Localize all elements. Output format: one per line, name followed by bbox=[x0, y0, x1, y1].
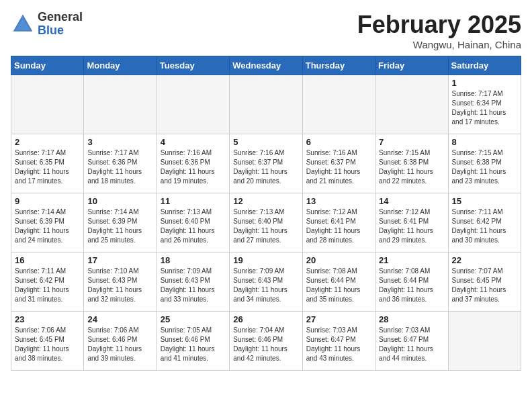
day-info: Sunrise: 7:07 AMSunset: 6:45 PMDaylight:… bbox=[452, 267, 517, 304]
calendar-day: 15Sunrise: 7:11 AMSunset: 6:42 PMDayligh… bbox=[448, 193, 521, 253]
calendar-day: 2Sunrise: 7:17 AMSunset: 6:35 PMDaylight… bbox=[11, 134, 84, 193]
calendar-day: 23Sunrise: 7:06 AMSunset: 6:45 PMDayligh… bbox=[11, 312, 84, 371]
day-info: Sunrise: 7:17 AMSunset: 6:36 PMDaylight:… bbox=[87, 148, 152, 186]
calendar-day bbox=[375, 75, 448, 134]
weekday-header: Saturday bbox=[448, 56, 521, 75]
calendar-day bbox=[11, 75, 84, 134]
calendar-day: 8Sunrise: 7:15 AMSunset: 6:38 PMDaylight… bbox=[448, 134, 521, 193]
logo-general: General bbox=[38, 11, 83, 24]
day-info: Sunrise: 7:14 AMSunset: 6:39 PMDaylight:… bbox=[87, 208, 152, 245]
calendar-day: 13Sunrise: 7:12 AMSunset: 6:41 PMDayligh… bbox=[302, 193, 375, 253]
title-location: Wangwu, Hainan, China bbox=[357, 39, 521, 50]
logo-text: General Blue bbox=[38, 11, 83, 38]
day-info: Sunrise: 7:13 AMSunset: 6:40 PMDaylight:… bbox=[161, 208, 226, 245]
day-info: Sunrise: 7:11 AMSunset: 6:42 PMDaylight:… bbox=[15, 267, 80, 304]
day-number: 26 bbox=[233, 314, 298, 324]
day-number: 13 bbox=[306, 196, 371, 206]
day-info: Sunrise: 7:09 AMSunset: 6:43 PMDaylight:… bbox=[161, 267, 226, 304]
day-info: Sunrise: 7:14 AMSunset: 6:39 PMDaylight:… bbox=[15, 208, 80, 245]
title-block: February 2025 Wangwu, Hainan, China bbox=[357, 11, 521, 50]
day-info: Sunrise: 7:12 AMSunset: 6:41 PMDaylight:… bbox=[306, 208, 371, 245]
calendar-day: 17Sunrise: 7:10 AMSunset: 6:43 PMDayligh… bbox=[84, 253, 157, 312]
day-info: Sunrise: 7:03 AMSunset: 6:47 PMDaylight:… bbox=[306, 326, 371, 363]
calendar-day: 7Sunrise: 7:15 AMSunset: 6:38 PMDaylight… bbox=[375, 134, 448, 193]
calendar-day: 10Sunrise: 7:14 AMSunset: 6:39 PMDayligh… bbox=[84, 193, 157, 253]
day-info: Sunrise: 7:12 AMSunset: 6:41 PMDaylight:… bbox=[379, 208, 444, 245]
day-info: Sunrise: 7:16 AMSunset: 6:37 PMDaylight:… bbox=[306, 148, 371, 186]
day-number: 2 bbox=[15, 137, 80, 147]
day-number: 1 bbox=[452, 78, 517, 88]
day-number: 14 bbox=[379, 196, 444, 206]
day-info: Sunrise: 7:08 AMSunset: 6:44 PMDaylight:… bbox=[379, 267, 444, 304]
day-info: Sunrise: 7:05 AMSunset: 6:46 PMDaylight:… bbox=[161, 326, 226, 363]
day-info: Sunrise: 7:17 AMSunset: 6:34 PMDaylight:… bbox=[452, 89, 517, 127]
day-number: 10 bbox=[87, 196, 152, 206]
day-info: Sunrise: 7:10 AMSunset: 6:43 PMDaylight:… bbox=[87, 267, 152, 304]
day-number: 24 bbox=[87, 314, 152, 324]
day-number: 20 bbox=[306, 255, 371, 265]
day-info: Sunrise: 7:15 AMSunset: 6:38 PMDaylight:… bbox=[452, 148, 517, 186]
day-number: 28 bbox=[379, 314, 444, 324]
day-number: 19 bbox=[233, 255, 298, 265]
day-number: 25 bbox=[161, 314, 226, 324]
calendar-header: SundayMondayTuesdayWednesdayThursdayFrid… bbox=[11, 56, 521, 75]
weekday-header: Thursday bbox=[302, 56, 375, 75]
day-number: 6 bbox=[306, 137, 371, 147]
calendar-day: 11Sunrise: 7:13 AMSunset: 6:40 PMDayligh… bbox=[157, 193, 229, 253]
calendar-day: 21Sunrise: 7:08 AMSunset: 6:44 PMDayligh… bbox=[375, 253, 448, 312]
day-info: Sunrise: 7:11 AMSunset: 6:42 PMDaylight:… bbox=[452, 208, 517, 245]
calendar-week: 9Sunrise: 7:14 AMSunset: 6:39 PMDaylight… bbox=[11, 193, 521, 253]
day-number: 15 bbox=[452, 196, 517, 206]
weekday-header: Monday bbox=[84, 56, 157, 75]
calendar-day bbox=[84, 75, 157, 134]
logo: General Blue bbox=[11, 11, 83, 38]
day-info: Sunrise: 7:15 AMSunset: 6:38 PMDaylight:… bbox=[379, 148, 444, 186]
calendar-day: 25Sunrise: 7:05 AMSunset: 6:46 PMDayligh… bbox=[157, 312, 229, 371]
calendar-body: 1Sunrise: 7:17 AMSunset: 6:34 PMDaylight… bbox=[11, 75, 521, 371]
calendar-day: 14Sunrise: 7:12 AMSunset: 6:41 PMDayligh… bbox=[375, 193, 448, 253]
day-info: Sunrise: 7:13 AMSunset: 6:40 PMDaylight:… bbox=[233, 208, 298, 245]
calendar-day: 18Sunrise: 7:09 AMSunset: 6:43 PMDayligh… bbox=[157, 253, 229, 312]
day-info: Sunrise: 7:04 AMSunset: 6:46 PMDaylight:… bbox=[233, 326, 298, 363]
title-month: February 2025 bbox=[357, 11, 521, 39]
calendar-day: 4Sunrise: 7:16 AMSunset: 6:36 PMDaylight… bbox=[157, 134, 229, 193]
day-number: 22 bbox=[452, 255, 517, 265]
day-info: Sunrise: 7:03 AMSunset: 6:47 PMDaylight:… bbox=[379, 326, 444, 363]
day-number: 23 bbox=[15, 314, 80, 324]
day-info: Sunrise: 7:06 AMSunset: 6:46 PMDaylight:… bbox=[87, 326, 152, 363]
day-number: 7 bbox=[379, 137, 444, 147]
day-number: 4 bbox=[161, 137, 226, 147]
calendar: SundayMondayTuesdayWednesdayThursdayFrid… bbox=[11, 56, 521, 371]
day-number: 27 bbox=[306, 314, 371, 324]
calendar-week: 1Sunrise: 7:17 AMSunset: 6:34 PMDaylight… bbox=[11, 75, 521, 134]
calendar-day bbox=[302, 75, 375, 134]
day-number: 9 bbox=[15, 196, 80, 206]
weekday-header: Friday bbox=[375, 56, 448, 75]
calendar-day: 1Sunrise: 7:17 AMSunset: 6:34 PMDaylight… bbox=[448, 75, 521, 134]
calendar-day: 27Sunrise: 7:03 AMSunset: 6:47 PMDayligh… bbox=[302, 312, 375, 371]
calendar-day: 5Sunrise: 7:16 AMSunset: 6:37 PMDaylight… bbox=[230, 134, 302, 193]
calendar-day: 24Sunrise: 7:06 AMSunset: 6:46 PMDayligh… bbox=[84, 312, 157, 371]
page-header: General Blue February 2025 Wangwu, Haina… bbox=[11, 11, 521, 50]
calendar-day: 28Sunrise: 7:03 AMSunset: 6:47 PMDayligh… bbox=[375, 312, 448, 371]
day-info: Sunrise: 7:17 AMSunset: 6:35 PMDaylight:… bbox=[15, 148, 80, 186]
calendar-week: 23Sunrise: 7:06 AMSunset: 6:45 PMDayligh… bbox=[11, 312, 521, 371]
day-number: 17 bbox=[87, 255, 152, 265]
weekday-header: Wednesday bbox=[230, 56, 302, 75]
day-info: Sunrise: 7:06 AMSunset: 6:45 PMDaylight:… bbox=[15, 326, 80, 363]
weekday-header: Tuesday bbox=[157, 56, 229, 75]
day-number: 12 bbox=[233, 196, 298, 206]
day-number: 8 bbox=[452, 137, 517, 147]
calendar-day bbox=[448, 312, 521, 371]
day-number: 18 bbox=[161, 255, 226, 265]
calendar-day: 20Sunrise: 7:08 AMSunset: 6:44 PMDayligh… bbox=[302, 253, 375, 312]
calendar-day: 19Sunrise: 7:09 AMSunset: 6:43 PMDayligh… bbox=[230, 253, 302, 312]
day-info: Sunrise: 7:16 AMSunset: 6:37 PMDaylight:… bbox=[233, 148, 298, 186]
weekday-row: SundayMondayTuesdayWednesdayThursdayFrid… bbox=[11, 56, 521, 75]
calendar-day: 12Sunrise: 7:13 AMSunset: 6:40 PMDayligh… bbox=[230, 193, 302, 253]
calendar-day: 6Sunrise: 7:16 AMSunset: 6:37 PMDaylight… bbox=[302, 134, 375, 193]
calendar-day: 26Sunrise: 7:04 AMSunset: 6:46 PMDayligh… bbox=[230, 312, 302, 371]
day-info: Sunrise: 7:08 AMSunset: 6:44 PMDaylight:… bbox=[306, 267, 371, 304]
calendar-day bbox=[157, 75, 229, 134]
day-number: 21 bbox=[379, 255, 444, 265]
